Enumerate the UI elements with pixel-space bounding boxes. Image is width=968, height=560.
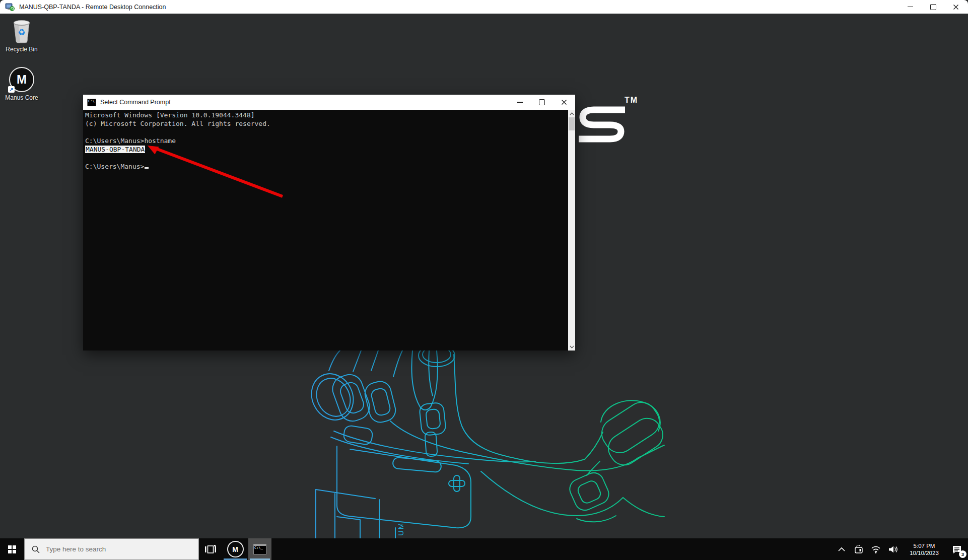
rdp-maximize-button[interactable] <box>922 0 944 14</box>
selected-hostname: MANUS-QBP-TANDA <box>85 146 145 153</box>
scrollbar-thumb[interactable] <box>569 117 575 130</box>
task-view-button[interactable] <box>199 538 222 560</box>
minimize-icon <box>908 7 913 8</box>
rdp-close-button[interactable] <box>944 0 967 14</box>
chevron-up-icon <box>838 547 846 552</box>
search-icon <box>32 545 40 553</box>
volume-button[interactable] <box>884 538 903 560</box>
wallpaper-vertical-text: UM <box>396 522 405 536</box>
console-prompt: C:\Users\Manus> <box>85 163 144 170</box>
speaker-icon <box>888 545 898 553</box>
wifi-icon <box>871 545 881 553</box>
wallpaper-s-logo <box>578 105 626 145</box>
remote-desktop: ♻ Recycle Bin M ↗ Manus Core TM <box>0 14 968 538</box>
red-annotation-arrow <box>144 142 290 202</box>
close-icon <box>953 4 959 10</box>
console-scrollbar[interactable] <box>568 110 575 351</box>
manus-letter: M <box>232 545 238 553</box>
rdp-window-title: MANUS-QBP-TANDA - Remote Desktop Connect… <box>19 4 166 11</box>
show-hidden-icons-button[interactable] <box>833 538 850 560</box>
start-button[interactable] <box>0 538 24 560</box>
rdp-minimize-button[interactable] <box>899 0 922 14</box>
shortcut-arrow-icon: ↗ <box>8 86 15 93</box>
desktop-icon-manus-core[interactable]: M ↗ Manus Core <box>0 67 43 101</box>
chevron-up-icon <box>570 112 574 115</box>
taskbar-search-box[interactable] <box>24 538 199 560</box>
desktop-icon-label: Recycle Bin <box>0 46 43 53</box>
cmd-close-button[interactable] <box>553 95 575 110</box>
taskbar-clock[interactable]: 5:07 PM 10/10/2023 <box>903 538 946 560</box>
tray-device-icon <box>854 545 863 554</box>
taskbar: M C:\_ <box>0 538 968 560</box>
svg-text:♻: ♻ <box>18 27 25 37</box>
windows-logo-icon <box>8 545 16 553</box>
taskbar-cmd-app-button[interactable]: C:\_ <box>248 538 271 560</box>
clock-date: 10/10/2023 <box>910 549 939 556</box>
wallpaper-hand-wireframe: UM <box>305 351 665 538</box>
chevron-down-icon <box>570 345 574 348</box>
maximize-icon <box>539 99 545 105</box>
manus-app-icon: M <box>227 541 244 557</box>
task-view-icon <box>205 545 216 554</box>
rdp-window-titlebar[interactable]: MANUS-QBP-TANDA - Remote Desktop Connect… <box>0 0 968 14</box>
scroll-down-button[interactable] <box>568 343 575 351</box>
wallpaper-trademark: TM <box>625 96 638 105</box>
network-wifi-button[interactable] <box>867 538 884 560</box>
desktop-icon-recycle-bin[interactable]: ♻ Recycle Bin <box>0 19 43 53</box>
search-input[interactable] <box>45 545 188 553</box>
notification-badge: 3 <box>959 550 966 558</box>
console-blank-line <box>85 128 568 137</box>
recycle-bin-icon: ♻ <box>10 19 33 44</box>
manus-letter: M <box>17 73 27 87</box>
desktop-icon-label: Manus Core <box>0 94 43 101</box>
taskbar-manus-app-button[interactable]: M <box>222 538 248 560</box>
cmd-minimize-button[interactable] <box>509 95 531 110</box>
command-prompt-icon: C:\_ <box>253 544 266 554</box>
clock-time: 5:07 PM <box>914 542 935 549</box>
action-center-button[interactable]: 3 <box>946 538 968 560</box>
console-line: (c) Microsoft Corporation. All rights re… <box>85 120 568 128</box>
command-prompt-window[interactable]: C:\_ Select Command Prompt Microsoft Win… <box>83 95 575 351</box>
scroll-up-button[interactable] <box>568 110 575 117</box>
cmd-window-title: Select Command Prompt <box>100 99 171 106</box>
console-line: Microsoft Windows [Version 10.0.19044.34… <box>85 111 568 120</box>
cmd-titlebar[interactable]: C:\_ Select Command Prompt <box>83 95 575 110</box>
command-prompt-icon: C:\_ <box>87 99 96 106</box>
minimize-icon <box>517 102 523 103</box>
manus-core-icon: M ↗ <box>9 67 34 92</box>
close-icon <box>561 99 567 105</box>
tray-device-button[interactable] <box>850 538 867 560</box>
rdp-connection-icon <box>5 3 15 12</box>
maximize-icon <box>930 4 936 10</box>
cmd-maximize-button[interactable] <box>531 95 553 110</box>
